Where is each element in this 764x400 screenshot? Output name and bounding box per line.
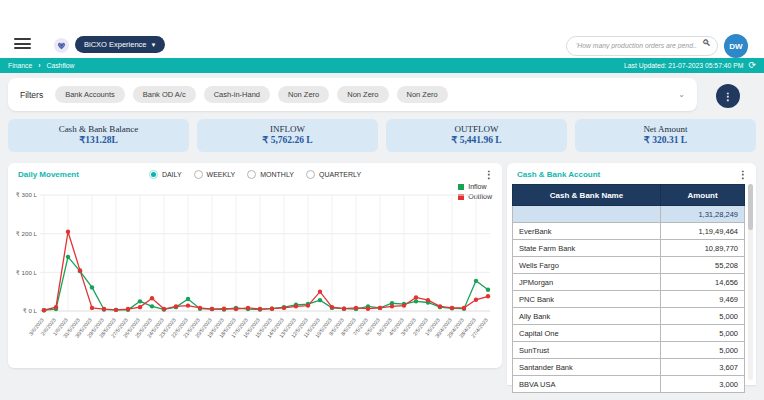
radio-monthly[interactable]: MONTHLY — [247, 170, 294, 179]
outflow-point[interactable] — [354, 306, 358, 310]
outflow-point[interactable] — [258, 307, 262, 311]
outflow-point[interactable] — [114, 308, 118, 312]
workspace-selector-label: BiCXO Experience — [84, 40, 147, 49]
outflow-point[interactable] — [474, 298, 478, 302]
search-icon[interactable]: 🔍︎ — [702, 38, 711, 48]
radio-weekly[interactable]: WEEKLY — [194, 170, 236, 179]
inflow-point[interactable] — [150, 304, 154, 308]
outflow-point[interactable] — [342, 306, 346, 310]
outflow-point[interactable] — [318, 289, 322, 293]
filter-chip-bank-accounts-0[interactable]: Bank Accounts — [55, 86, 125, 103]
amount-cell: 3,000 — [661, 376, 745, 393]
outflow-point[interactable] — [198, 306, 202, 310]
outflow-point[interactable] — [90, 306, 94, 310]
table-row-suntrust[interactable]: SunTrust5,000 — [513, 342, 745, 359]
inflow-point[interactable] — [414, 299, 418, 303]
column-header-name[interactable]: Cash & Bank Name — [513, 185, 661, 206]
filter-chip-bank-od-a-c-1[interactable]: Bank OD A/c — [133, 86, 196, 103]
outflow-point[interactable] — [54, 305, 58, 309]
outflow-point[interactable] — [102, 307, 106, 311]
table-row-ally-bank[interactable]: Ally Bank5,000 — [513, 308, 745, 325]
inflow-point[interactable] — [186, 297, 190, 301]
outflow-point[interactable] — [378, 306, 382, 310]
table-row-wells-fargo[interactable]: Wells Fargo55,208 — [513, 257, 745, 274]
amount-cell: 5,000 — [661, 308, 745, 325]
radio-daily[interactable]: DAILY — [149, 170, 182, 179]
outflow-point[interactable] — [390, 304, 394, 308]
breadcrumb-finance[interactable]: Finance — [8, 62, 32, 69]
radio-circle-icon — [247, 170, 256, 179]
inflow-point[interactable] — [318, 298, 322, 302]
inflow-point[interactable] — [474, 279, 478, 283]
outflow-point[interactable] — [438, 304, 442, 308]
filter-chip-non-zero-3[interactable]: Non Zero — [278, 86, 329, 103]
inflow-point[interactable] — [138, 299, 142, 303]
bank-name-cell: PNC Bank — [513, 291, 661, 308]
search-input[interactable] — [566, 36, 718, 56]
bank-name-cell — [513, 206, 661, 223]
inflow-point[interactable] — [90, 285, 94, 289]
table-row-santander-bank[interactable]: Santander Bank3,607 — [513, 359, 745, 376]
outflow-point[interactable] — [486, 294, 490, 298]
workspace-selector-button[interactable]: BiCXO Experience ▼ — [75, 36, 165, 53]
hamburger-menu-icon[interactable] — [14, 38, 31, 49]
outflow-point[interactable] — [234, 307, 238, 311]
inflow-point[interactable] — [66, 255, 70, 259]
filter-chip-cash-in-hand-2[interactable]: Cash-in-Hand — [204, 86, 270, 103]
outflow-point[interactable] — [126, 307, 130, 311]
outflow-point[interactable] — [294, 304, 298, 308]
outflow-point[interactable] — [414, 295, 418, 299]
table-row-bbva-usa[interactable]: BBVA USA3,000 — [513, 376, 745, 393]
filter-chip-non-zero-5[interactable]: Non Zero — [397, 86, 448, 103]
breadcrumb-cashflow[interactable]: Cashflow — [47, 62, 75, 69]
radio-circle-icon — [194, 170, 203, 179]
kpi-value: ₹ 5,441.96 L — [451, 135, 501, 147]
outflow-point[interactable] — [174, 304, 178, 308]
outflow-point[interactable] — [330, 305, 334, 309]
bank-name-cell: EverBank — [513, 223, 661, 240]
outflow-point[interactable] — [186, 303, 190, 307]
table-row-total[interactable]: 1,31,28,249 — [513, 206, 745, 223]
column-header-amount[interactable]: Amount — [661, 185, 745, 206]
outflow-point[interactable] — [402, 303, 406, 307]
filters-chevron-down-icon[interactable]: ⌄ — [678, 90, 685, 99]
amount-cell: 9,469 — [661, 291, 745, 308]
outflow-point[interactable] — [270, 306, 274, 310]
refresh-icon[interactable]: ⟳ — [748, 61, 756, 70]
y-tick-label: ₹ 300 L — [16, 191, 38, 198]
outflow-point[interactable] — [42, 308, 46, 312]
app-logo-icon[interactable] — [54, 38, 69, 53]
kpi-value: ₹131.28L — [79, 135, 118, 147]
table-row-capital-one[interactable]: Capital One5,000 — [513, 325, 745, 342]
table-menu-icon[interactable]: ⋮ — [738, 169, 748, 180]
outflow-point[interactable] — [138, 305, 142, 309]
table-row-state-farm-bank[interactable]: State Farm Bank10,89,770 — [513, 240, 745, 257]
table-row-everbank[interactable]: EverBank1,19,49,464 — [513, 223, 745, 240]
page-actions-menu-button[interactable]: ⋮ — [716, 84, 740, 108]
outflow-point[interactable] — [222, 306, 226, 310]
outflow-point[interactable] — [246, 306, 250, 310]
table-row-pnc-bank[interactable]: PNC Bank9,469 — [513, 291, 745, 308]
outflow-point[interactable] — [426, 298, 430, 302]
table-scrollbar-thumb[interactable] — [748, 184, 753, 230]
kpi-card-inflow: INFLOW₹ 5,762.26 L — [197, 119, 378, 152]
amount-cell: 5,000 — [661, 342, 745, 359]
outflow-point[interactable] — [306, 303, 310, 307]
outflow-point[interactable] — [462, 306, 466, 310]
table-row-jpmorgan[interactable]: JPMorgan14,656 — [513, 274, 745, 291]
cash-bank-account-panel: Cash & Bank Account ⋮ Cash & Bank Name A… — [507, 163, 756, 385]
radio-quarterly[interactable]: QUARTERLY — [306, 170, 361, 179]
outflow-point[interactable] — [66, 230, 70, 234]
outflow-point[interactable] — [450, 306, 454, 310]
chart-menu-icon[interactable]: ⋮ — [484, 169, 494, 180]
outflow-point[interactable] — [210, 307, 214, 311]
amount-cell: 14,656 — [661, 274, 745, 291]
outflow-point[interactable] — [150, 296, 154, 300]
outflow-point[interactable] — [366, 306, 370, 310]
inflow-point[interactable] — [486, 288, 490, 292]
outflow-point[interactable] — [78, 268, 82, 272]
filter-chip-non-zero-4[interactable]: Non Zero — [337, 86, 388, 103]
user-avatar[interactable]: DW — [724, 34, 748, 58]
outflow-point[interactable] — [162, 307, 166, 311]
outflow-point[interactable] — [282, 306, 286, 310]
